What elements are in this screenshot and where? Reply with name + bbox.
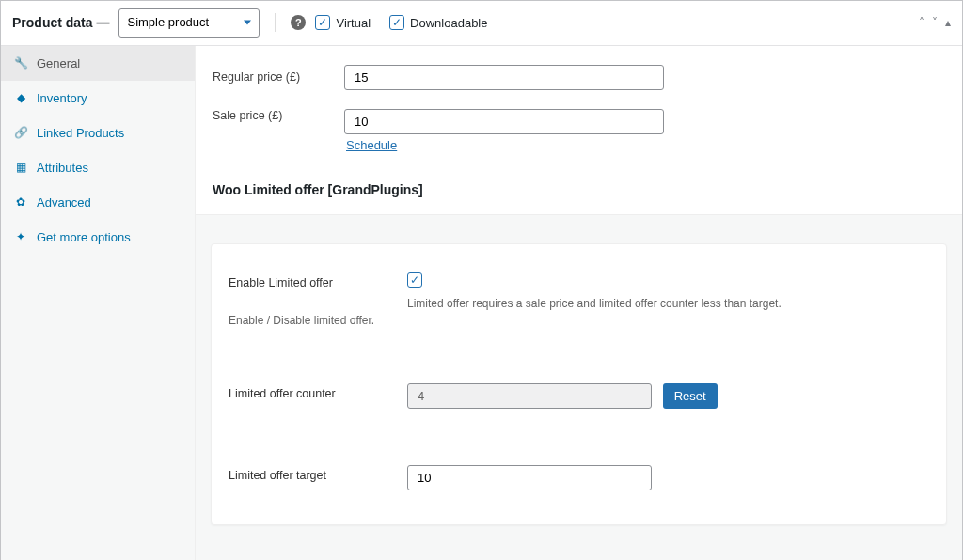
sale-price-input[interactable] [344, 109, 664, 134]
limited-offer-counter-label: Limited offer counter [229, 383, 388, 400]
downloadable-label: Downloadable [410, 16, 487, 30]
sidebar-item-advanced[interactable]: ✿ Advanced [1, 185, 195, 220]
wrench-icon: 🔧 [14, 56, 27, 70]
product-data-main: Regular price (£) Sale price (£) Schedul… [196, 46, 962, 560]
virtual-label: Virtual [336, 16, 371, 30]
sidebar-item-linked-products[interactable]: 🔗 Linked Products [1, 116, 195, 150]
toggle-icon[interactable]: ▴ [945, 16, 951, 29]
attributes-icon: ▦ [14, 161, 27, 174]
sidebar-item-attributes[interactable]: ▦ Attributes [1, 150, 195, 185]
sidebar-item-general[interactable]: 🔧 General [1, 46, 195, 81]
gear-icon: ✿ [14, 195, 27, 209]
product-data-header: Product data — Simple product ? ✓ Virtua… [1, 1, 962, 46]
inventory-icon: ◆ [14, 91, 27, 104]
product-type-select[interactable]: Simple product [118, 8, 260, 38]
more-icon: ✦ [14, 230, 27, 243]
limited-offer-counter-input[interactable] [407, 383, 652, 409]
downloadable-checkbox[interactable]: ✓ [389, 15, 404, 30]
sidebar-item-label: Get more options [37, 230, 131, 244]
limited-offer-target-label: Limited offer target [229, 465, 388, 482]
limited-offer-section-title: Woo Limited offer [GrandPlugins] [196, 162, 962, 214]
product-data-title: Product data — [12, 15, 109, 30]
limited-offer-target-input[interactable] [407, 465, 652, 490]
sale-price-label: Sale price (£) [213, 109, 307, 122]
move-down-icon[interactable]: ˅ [932, 16, 938, 29]
regular-price-label: Regular price (£) [213, 70, 307, 84]
divider [275, 13, 276, 32]
move-up-icon[interactable]: ˄ [919, 16, 924, 29]
sidebar-item-label: Advanced [37, 195, 91, 210]
virtual-checkbox-wrap[interactable]: ✓ Virtual [315, 15, 371, 30]
sidebar-item-label: Inventory [37, 91, 87, 105]
product-data-sidebar: 🔧 General ◆ Inventory 🔗 Linked Products … [1, 46, 196, 560]
regular-price-input[interactable] [344, 65, 664, 90]
downloadable-checkbox-wrap[interactable]: ✓ Downloadable [389, 15, 487, 30]
enable-limited-offer-help: Limited offer requires a sale price and … [407, 297, 929, 310]
sidebar-item-inventory[interactable]: ◆ Inventory [1, 81, 195, 116]
virtual-checkbox[interactable]: ✓ [315, 15, 330, 30]
enable-limited-offer-sub: Enable / Disable limited offer. [229, 314, 388, 327]
enable-limited-offer-label: Enable Limited offer [229, 276, 333, 289]
sidebar-item-label: General [37, 56, 80, 70]
sidebar-item-label: Attributes [37, 161, 88, 175]
reset-button[interactable]: Reset [663, 383, 718, 409]
schedule-link[interactable]: Schedule [346, 138, 397, 152]
enable-limited-offer-checkbox[interactable]: ✓ [407, 272, 422, 288]
link-icon: 🔗 [14, 126, 27, 139]
panel-controls: ˄ ˅ ▴ [919, 16, 951, 29]
limited-offer-card: Enable Limited offer Enable / Disable li… [211, 243, 947, 525]
sidebar-item-get-more[interactable]: ✦ Get more options [1, 220, 195, 255]
sidebar-item-label: Linked Products [37, 126, 124, 140]
help-icon[interactable]: ? [291, 15, 306, 30]
